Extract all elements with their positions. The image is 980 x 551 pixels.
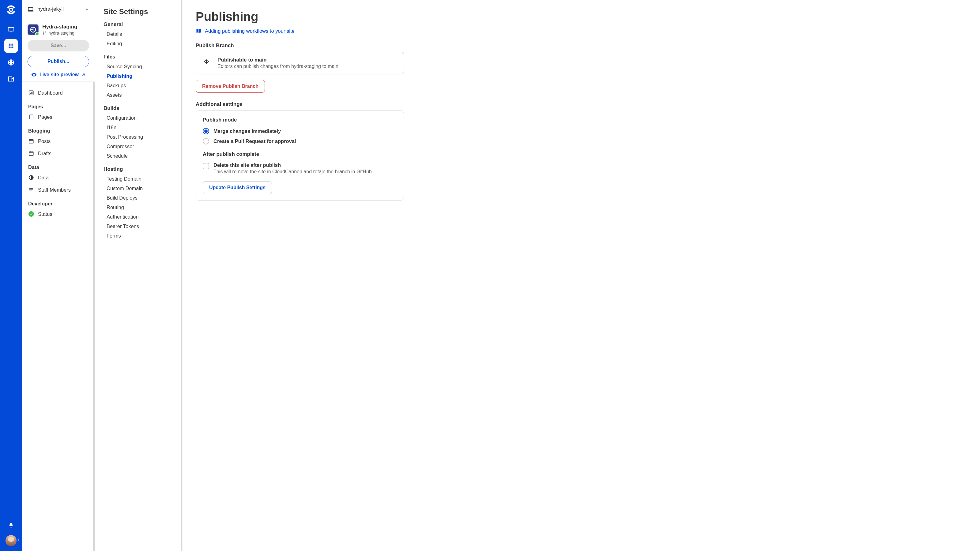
publish-mode-pr[interactable]: Create a Pull Request for approval <box>203 136 397 146</box>
delete-label: Delete this site after publish <box>213 162 373 168</box>
rail-globe[interactable] <box>4 56 18 69</box>
settings-title: Site Settings <box>103 7 174 16</box>
svg-rect-30 <box>29 152 33 156</box>
nav-status[interactable]: Status <box>22 208 95 220</box>
settings-source-syncing[interactable]: Source Syncing <box>103 62 174 71</box>
external-link-icon <box>81 73 86 77</box>
svg-rect-27 <box>32 92 32 94</box>
nav-section-blogging: Blogging <box>22 123 95 135</box>
settings-post-processing[interactable]: Post Processing <box>103 132 174 142</box>
site-header: Hydra-staging hydra-staging Save... Publ… <box>22 18 95 82</box>
page-title: Publishing <box>196 10 967 24</box>
rail-apps[interactable] <box>4 39 18 52</box>
settings-forms[interactable]: Forms <box>103 231 174 241</box>
app-rail <box>0 0 22 551</box>
nav-staff[interactable]: Staff Members <box>22 184 95 196</box>
data-icon <box>28 175 34 181</box>
svg-point-8 <box>9 45 10 46</box>
checkbox-icon[interactable] <box>203 163 209 169</box>
radio-on-icon <box>203 128 209 134</box>
svg-point-23 <box>33 74 34 75</box>
dashboard-icon <box>28 90 34 96</box>
nav-posts[interactable]: Posts <box>22 135 95 147</box>
calendar-icon <box>28 138 34 144</box>
settings-assets[interactable]: Assets <box>103 90 174 100</box>
nav-section-data: Data <box>22 159 95 171</box>
publishable-desc: Editors can publish changes from hydra-s… <box>218 64 339 69</box>
svg-rect-29 <box>29 140 33 143</box>
status-badge-icon <box>35 32 39 36</box>
settings-compressor[interactable]: Compressor <box>103 142 174 151</box>
additional-settings-label: Additional settings <box>196 101 967 108</box>
branch-icon <box>42 31 46 35</box>
page-icon <box>28 114 34 120</box>
svg-point-20 <box>43 32 44 32</box>
settings-section-builds: Builds <box>103 105 174 111</box>
delete-desc: This will remove the site in CloudCannon… <box>213 169 373 175</box>
publish-button[interactable]: Publish... <box>27 56 89 67</box>
site-switcher[interactable]: hydra-jekyll <box>22 0 95 18</box>
svg-point-12 <box>10 47 12 48</box>
chevron-down-icon <box>85 7 89 11</box>
svg-point-21 <box>43 34 44 35</box>
nav-pages[interactable]: Pages <box>22 111 95 123</box>
settings-backups[interactable]: Backups <box>103 81 174 90</box>
help-link[interactable]: Adding publishing workflows to your site <box>196 28 967 34</box>
eye-icon <box>31 71 37 78</box>
settings-authentication[interactable]: Authentication <box>103 212 174 222</box>
svg-rect-28 <box>29 115 33 119</box>
nav-drafts[interactable]: Drafts <box>22 147 95 159</box>
bell-icon[interactable] <box>4 519 18 532</box>
rail-org[interactable] <box>4 72 18 86</box>
settings-bearer-tokens[interactable]: Bearer Tokens <box>103 222 174 231</box>
nav-dashboard[interactable]: Dashboard <box>22 87 95 99</box>
publish-mode-merge[interactable]: Merge changes immediately <box>203 126 397 136</box>
avatar-container[interactable] <box>5 535 16 551</box>
svg-rect-25 <box>30 93 30 94</box>
settings-section-general: General <box>103 21 174 27</box>
laptop-icon <box>27 6 34 12</box>
site-icon <box>27 24 38 35</box>
settings-schedule[interactable]: Schedule <box>103 151 174 161</box>
svg-rect-4 <box>8 27 14 31</box>
settings-testing-domain[interactable]: Testing Domain <box>103 174 174 184</box>
svg-point-6 <box>10 43 12 45</box>
book-icon <box>196 28 202 34</box>
remove-publish-branch-button[interactable]: Remove Publish Branch <box>196 80 265 93</box>
update-publish-settings-button[interactable]: Update Publish Settings <box>203 181 272 194</box>
nav-data[interactable]: Data <box>22 171 95 184</box>
publish-branch-card: Publishable to main Editors can publish … <box>196 52 404 75</box>
after-publish-label: After publish complete <box>203 151 397 157</box>
live-preview-link[interactable]: Live site preview <box>27 71 89 78</box>
settings-details[interactable]: Details <box>103 29 174 39</box>
settings-routing[interactable]: Routing <box>103 203 174 212</box>
nav-section-pages: Pages <box>22 99 95 111</box>
settings-build-deploys[interactable]: Build Deploys <box>103 193 174 203</box>
chevron-right-icon <box>17 538 19 541</box>
svg-rect-18 <box>29 7 33 10</box>
sidebar-nav: Dashboard Pages Pages Blogging Posts Dra… <box>22 82 95 551</box>
radio-off-icon <box>203 138 209 144</box>
user-avatar[interactable] <box>5 535 16 546</box>
svg-rect-16 <box>12 78 14 81</box>
cloudcannon-logo-icon <box>5 4 16 15</box>
svg-point-1 <box>10 8 13 11</box>
settings-custom-domain[interactable]: Custom Domain <box>103 184 174 193</box>
settings-configuration[interactable]: Configuration <box>103 113 174 123</box>
settings-section-hosting: Hosting <box>103 166 174 172</box>
site-title: Hydra-staging <box>42 24 77 30</box>
merge-icon <box>202 59 211 67</box>
settings-publishing[interactable]: Publishing <box>103 71 174 81</box>
main-content: Publishing Adding publishing workflows t… <box>183 0 980 551</box>
delete-after-publish[interactable]: Delete this site after publish This will… <box>203 160 397 176</box>
rail-sites[interactable] <box>4 23 18 36</box>
nav-section-developer: Developer <box>22 196 95 208</box>
svg-point-9 <box>10 45 12 46</box>
svg-point-11 <box>9 47 10 48</box>
svg-rect-26 <box>31 92 32 94</box>
settings-editing[interactable]: Editing <box>103 39 174 48</box>
publish-mode-label: Publish mode <box>203 117 397 123</box>
settings-i18n[interactable]: I18n <box>103 123 174 132</box>
svg-point-2 <box>6 8 9 11</box>
list-icon <box>28 187 34 193</box>
